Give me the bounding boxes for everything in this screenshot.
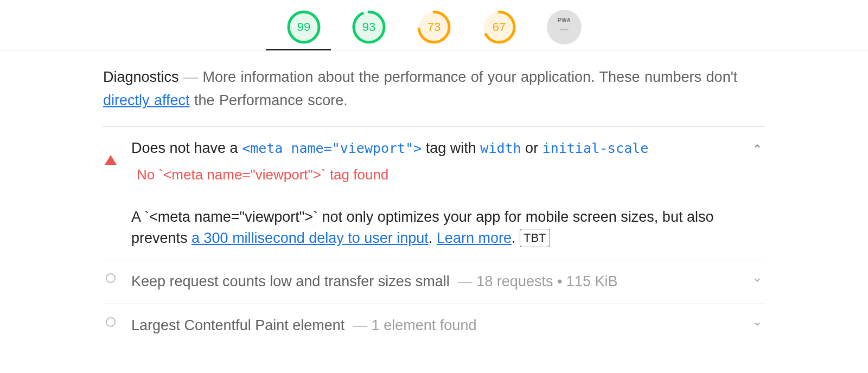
- audit-error-message: No `<meta name="viewport">` tag found: [131, 159, 765, 193]
- desc-mid: .: [429, 230, 437, 246]
- score-value: 73: [417, 10, 451, 44]
- code-initial-scale: initial-scale: [542, 140, 649, 156]
- info-circle-icon: [106, 317, 116, 327]
- code-meta-viewport: <meta name="viewport">: [242, 140, 422, 156]
- audit-title: Largest Contentful Paint element: [131, 317, 344, 333]
- desc-post: .: [512, 230, 520, 246]
- code-width: width: [480, 140, 521, 156]
- audit-request-counts[interactable]: Keep request counts low and transfer siz…: [103, 260, 765, 304]
- score-value: 99: [286, 10, 321, 44]
- active-tab-indicator: [266, 49, 331, 50]
- audit-title: Keep request counts low and transfer siz…: [131, 273, 450, 290]
- fail-triangle-icon: [105, 155, 117, 165]
- dash-separator: —: [458, 273, 473, 290]
- audit-detail: 18 requests • 115 KiB: [476, 273, 617, 290]
- audit-description: A `<meta name="viewport">` not only opti…: [131, 192, 765, 249]
- dash-separator: —: [353, 317, 367, 333]
- diagnostics-section: Diagnostics — More information about the…: [103, 50, 765, 347]
- pwa-dash-icon: [560, 29, 569, 30]
- scores-row: 99937367 PWA: [0, 0, 868, 50]
- learn-more-link[interactable]: Learn more: [437, 230, 512, 246]
- score-gauge-2[interactable]: 73: [417, 10, 451, 44]
- info-circle-icon: [106, 273, 116, 283]
- score-gauge-3[interactable]: 67: [482, 10, 516, 44]
- diagnostics-header: Diagnostics — More information about the…: [103, 66, 765, 127]
- audit-detail: 1 element found: [372, 317, 477, 333]
- expand-toggle[interactable]: [752, 318, 763, 331]
- diagnostics-desc-pre: More information about the performance o…: [203, 69, 738, 85]
- pwa-gauge[interactable]: PWA: [547, 10, 582, 44]
- summary-text-pre: Does not have a: [131, 140, 242, 156]
- directly-affect-link[interactable]: directly affect: [103, 92, 190, 108]
- audit-lcp-element[interactable]: Largest Contentful Paint element — 1 ele…: [103, 304, 765, 347]
- diagnostics-title: Diagnostics: [103, 69, 179, 85]
- score-value: 67: [482, 10, 516, 44]
- audit-summary: Does not have a <meta name="viewport"> t…: [131, 138, 765, 159]
- diagnostics-desc-post: the Performance score.: [190, 92, 348, 108]
- expand-toggle[interactable]: [752, 274, 763, 287]
- tbt-tag: TBT: [520, 229, 550, 247]
- chevron-down-icon: [752, 274, 763, 285]
- summary-text-mid: tag with: [422, 140, 480, 156]
- audit-viewport-meta[interactable]: Does not have a <meta name="viewport"> t…: [103, 127, 765, 260]
- chevron-down-icon: [752, 318, 763, 329]
- pwa-label: PWA: [558, 17, 571, 23]
- collapse-toggle[interactable]: [752, 141, 763, 154]
- dash-separator: —: [183, 69, 198, 85]
- chevron-up-icon: [752, 141, 763, 152]
- score-gauge-1[interactable]: 93: [352, 10, 386, 44]
- delay-link[interactable]: a 300 millisecond delay to user input: [192, 230, 429, 246]
- score-value: 93: [352, 10, 386, 44]
- score-gauge-0[interactable]: 99: [286, 10, 321, 44]
- summary-text-or: or: [521, 140, 542, 156]
